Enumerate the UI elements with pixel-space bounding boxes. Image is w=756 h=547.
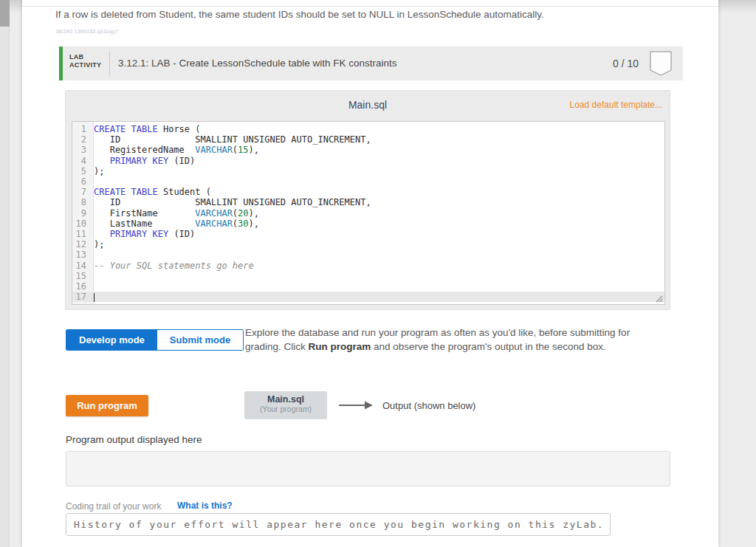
code-line: 12); [72, 239, 664, 250]
code-line: 14-- Your SQL statements go here [72, 261, 664, 271]
lab-title: 3.12.1: LAB - Create LessonSchedule tabl… [118, 58, 396, 69]
text-cursor [94, 293, 94, 302]
code-line: 2 ID SMALLINT UNSIGNED AUTO_INCREMENT, [72, 134, 664, 145]
code-line: 8 ID SMALLINT UNSIGNED AUTO_INCREMENT, [72, 197, 664, 207]
coding-trail-history-box: History of your effort will appear here … [66, 513, 611, 536]
program-file-subtitle: (Your program) [244, 405, 327, 413]
code-line: 7CREATE TABLE Student ( [72, 187, 664, 197]
top-shadow-left [10, 0, 22, 13]
content-panel: If a row is deleted from Student, the sa… [22, 0, 718, 547]
line-number: 4 [72, 156, 90, 166]
code-line: 5); [72, 166, 664, 176]
line-number: 5 [72, 166, 90, 176]
editor-resize-handle[interactable] [656, 295, 663, 303]
output-caption: Output (shown below) [382, 400, 475, 411]
code-line: 10 LastName VARCHAR(30), [72, 219, 664, 229]
code-line: 4 PRIMARY KEY (ID) [72, 156, 664, 166]
line-number: 2 [72, 134, 90, 145]
tab-develop-mode[interactable]: Develop mode [66, 330, 157, 350]
activity-accent-bar [59, 47, 63, 80]
instructions-post: and observe the program's output in the … [371, 341, 606, 352]
lab-activity-kicker: LAB ACTIVITY [69, 53, 101, 69]
line-number: 9 [72, 208, 90, 219]
scrollbar-thumb[interactable] [0, 0, 10, 27]
code-line: 3 RegisteredName VARCHAR(15), [72, 145, 664, 155]
code-line: 16 [72, 281, 664, 292]
mode-tabs: Develop mode Submit mode [66, 329, 244, 351]
zybooks-lab-page: If a row is deleted from Student, the sa… [0, 0, 756, 547]
line-number: 12 [72, 239, 90, 250]
run-program-button[interactable]: Run program [66, 395, 148, 416]
line-number: 15 [72, 271, 90, 281]
program-file-box: Main.sql (Your program) [244, 391, 327, 419]
score-text: 0 / 10 [613, 58, 639, 69]
program-file-title: Main.sql [244, 394, 327, 405]
load-default-template-link[interactable]: Load default template... [570, 100, 662, 110]
top-shadow-right [718, 0, 756, 13]
tab-submit-mode[interactable]: Submit mode [157, 330, 243, 350]
kicker-line-1: LAB [69, 53, 101, 61]
code-line: 6 [72, 176, 664, 187]
line-number: 6 [72, 176, 90, 187]
what-is-this-link[interactable]: What is this? [177, 500, 233, 511]
program-output-box [66, 451, 670, 486]
code-lines: 1CREATE TABLE Horse (2 ID SMALLINT UNSIG… [72, 122, 664, 302]
activity-id-text: 38/240.1399152.qx3zqy7 [55, 29, 118, 34]
code-panel: Main.sql Load default template... 1CREAT… [65, 90, 670, 310]
program-output-label: Program output displayed here [66, 434, 202, 445]
line-number: 8 [72, 197, 90, 207]
code-line: 1CREATE TABLE Horse ( [72, 124, 664, 134]
instructions-bold: Run program [309, 341, 371, 352]
line-number: 7 [72, 187, 90, 197]
code-line: 13 [72, 250, 664, 260]
line-number: 1 [72, 124, 90, 134]
mode-instructions: Explore the database and run your progra… [245, 326, 667, 354]
line-number: 10 [72, 219, 90, 229]
code-line: 15 [72, 271, 664, 281]
line-number: 11 [72, 229, 90, 239]
code-editor[interactable]: 1CREATE TABLE Horse (2 ID SMALLINT UNSIG… [72, 121, 665, 305]
kicker-line-2: ACTIVITY [69, 61, 101, 69]
code-line: 17 [72, 292, 664, 302]
code-panel-header: Main.sql Load default template... [66, 91, 670, 118]
completion-badge-icon [650, 51, 672, 76]
code-line: 11 PRIMARY KEY (ID) [72, 229, 664, 239]
lab-activity-banner: LAB ACTIVITY 3.12.1: LAB - Create Lesson… [59, 47, 683, 80]
kicker-divider [109, 52, 110, 75]
line-number: 14 [72, 261, 90, 271]
section-divider [22, 6, 718, 7]
page-scrollbar[interactable] [0, 0, 10, 547]
line-number: 17 [72, 292, 90, 302]
coding-trail-label: Coding trail of your work [66, 501, 161, 512]
right-arrow-icon [338, 400, 374, 410]
line-number: 13 [72, 250, 90, 260]
line-number: 16 [72, 281, 90, 292]
intro-text: If a row is deleted from Student, the sa… [55, 9, 544, 20]
line-number: 3 [72, 145, 90, 155]
code-line: 9 FirstName VARCHAR(20), [72, 208, 664, 219]
